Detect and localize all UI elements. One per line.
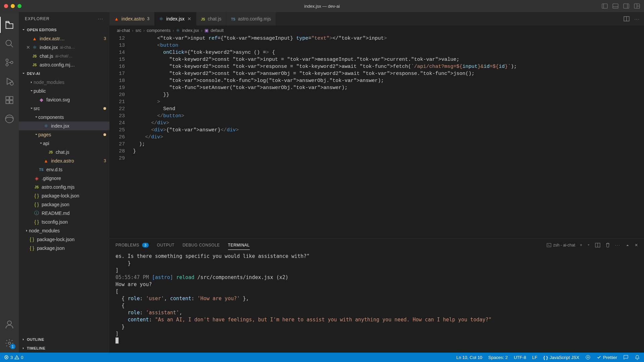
chevron-right-icon	[21, 346, 26, 350]
editor-tab[interactable]: ▲index.astro3	[109, 12, 154, 26]
project-section[interactable]: DEV-AI	[19, 69, 109, 78]
timeline-label: TIMELINE	[27, 346, 45, 350]
problems-tab[interactable]: PROBLEMS 3	[116, 243, 149, 247]
bell-icon[interactable]	[635, 355, 640, 360]
spaces[interactable]: Spaces: 2	[488, 355, 508, 360]
maximize-panel-icon[interactable]	[625, 243, 630, 247]
more-icon[interactable]: ···	[98, 16, 103, 21]
terminal-picker[interactable]: zsh - ai-chat	[547, 243, 575, 247]
svg-rect-25	[547, 243, 551, 247]
panel-right-icon[interactable]	[623, 3, 629, 9]
activity-bar: 1	[0, 12, 19, 353]
search-activity[interactable]	[0, 34, 19, 53]
prettier[interactable]: Prettier	[597, 355, 617, 360]
breadcrumb-item[interactable]: ai-chat	[117, 28, 130, 33]
tree-item[interactable]: { }package-lock.json	[19, 235, 109, 244]
settings-activity[interactable]: 1	[0, 334, 19, 353]
svg-point-15	[10, 82, 13, 85]
breadcrumb-item[interactable]: src	[135, 28, 141, 33]
tree-item[interactable]: src	[19, 104, 109, 113]
symbol-icon: ▣	[204, 28, 209, 33]
tree-item[interactable]: { }package.json	[19, 200, 109, 209]
outline-section[interactable]: OUTLINE	[19, 335, 109, 344]
tree-item[interactable]: TSenv.d.ts	[19, 165, 109, 174]
breadcrumb-item[interactable]: default	[211, 28, 224, 33]
trash-icon[interactable]	[605, 242, 610, 248]
new-terminal-icon[interactable]: +	[580, 243, 582, 247]
terminal-output[interactable]: es. Is there something specific you woul…	[109, 252, 644, 353]
tree-item[interactable]: ◆favicon.svg	[19, 95, 109, 104]
open-editors-section[interactable]: OPEN EDITORS	[19, 26, 109, 34]
language-mode[interactable]: { } JavaScript JSX	[543, 355, 579, 360]
svg-rect-18	[6, 100, 9, 103]
edge-activity[interactable]	[0, 109, 19, 128]
source-control-activity[interactable]	[0, 53, 19, 72]
open-editor-item[interactable]: JSchat.jsai-chat/…	[19, 52, 109, 60]
open-editor-item[interactable]: ▲index.astr…3	[19, 34, 109, 43]
debug-console-tab[interactable]: DEBUG CONSOLE	[183, 243, 220, 247]
panel-tabs: PROBLEMS 3 OUTPUT DEBUG CONSOLE TERMINAL…	[109, 239, 644, 252]
terminal-dropdown-icon[interactable]	[587, 243, 590, 247]
more-icon[interactable]: ···	[634, 16, 640, 21]
outline-label: OUTLINE	[27, 337, 44, 342]
code-editor[interactable]: 121314151617181920212223242526272829 <"t…	[109, 35, 644, 238]
tree-item[interactable]: node_modules	[19, 226, 109, 235]
eol[interactable]: LF	[532, 355, 537, 360]
editor-tab[interactable]: JSchat.js	[196, 12, 227, 26]
editor-tab[interactable]: ⚛index.jsx✕	[154, 12, 196, 26]
split-terminal-icon[interactable]	[595, 242, 600, 248]
minimize-window-button[interactable]	[11, 4, 15, 8]
tabs-bar: ▲index.astro3⚛index.jsx✕JSchat.jsTSastro…	[109, 12, 644, 26]
svg-point-33	[587, 357, 589, 358]
svg-rect-16	[6, 97, 9, 100]
tree-item[interactable]: { }package.json	[19, 244, 109, 253]
svg-point-9	[6, 40, 11, 46]
tree-item[interactable]: ▲index.astro3	[19, 156, 109, 165]
close-panel-icon[interactable]: ✕	[635, 243, 638, 247]
tree-item[interactable]: JSastro.config.mjs	[19, 183, 109, 191]
live-share-icon[interactable]	[585, 355, 591, 360]
output-tab[interactable]: OUTPUT	[157, 243, 174, 247]
explorer-activity[interactable]	[0, 15, 19, 34]
open-editor-item[interactable]: JSastro.config.mj…	[19, 60, 109, 69]
feedback-icon[interactable]	[623, 355, 629, 360]
tree-item[interactable]: public	[19, 87, 109, 95]
debug-activity[interactable]	[0, 72, 19, 91]
svg-point-32	[586, 355, 590, 359]
encoding[interactable]: UTF-8	[514, 355, 526, 360]
traffic-lights	[4, 4, 21, 8]
extensions-activity[interactable]	[0, 91, 19, 109]
layout-icon[interactable]	[634, 3, 640, 9]
open-editors-label: OPEN EDITORS	[27, 28, 57, 32]
panel-left-icon[interactable]	[602, 3, 608, 9]
open-editor-item[interactable]: ✕⚛index.jsxai-cha…	[19, 43, 109, 52]
tree-item[interactable]: ⚛index.jsx	[19, 122, 109, 130]
explorer-header: EXPLORER ···	[19, 12, 109, 26]
tree-item[interactable]: JSchat.js	[19, 148, 109, 156]
svg-rect-0	[602, 4, 607, 8]
tree-item[interactable]: api	[19, 139, 109, 148]
tree-item[interactable]: node_modules	[19, 78, 109, 87]
window-title: index.jsx — dev-ai	[304, 4, 340, 9]
timeline-section[interactable]: TIMELINE	[19, 344, 109, 353]
breadcrumb[interactable]: ai-chat› src› components› ⚛ index.jsx› ▣…	[109, 26, 644, 35]
more-icon[interactable]: ···	[615, 243, 620, 247]
tree-item[interactable]: { }tsconfig.json	[19, 218, 109, 226]
ln-col[interactable]: Ln 10, Col 10	[456, 355, 482, 360]
tree-item[interactable]: { }package-lock.json	[19, 191, 109, 200]
editor-tab[interactable]: TSastro.config.mjs	[226, 12, 276, 26]
tree-item[interactable]: pages	[19, 130, 109, 139]
maximize-window-button[interactable]	[17, 4, 21, 8]
close-window-button[interactable]	[4, 4, 8, 8]
errors-item[interactable]: 3 0	[4, 355, 23, 360]
split-editor-icon[interactable]	[624, 16, 630, 22]
tree-item[interactable]: components	[19, 113, 109, 122]
account-activity[interactable]	[0, 315, 19, 334]
terminal-tab[interactable]: TERMINAL	[228, 243, 250, 250]
breadcrumb-item[interactable]: components	[147, 28, 171, 33]
code-content[interactable]: <"tok-var">input ref={"tok-var">messageI…	[133, 35, 644, 238]
breadcrumb-item[interactable]: index.jsx	[182, 28, 199, 33]
tree-item[interactable]: ⓘREADME.md	[19, 209, 109, 218]
tree-item[interactable]: ◈.gitignore	[19, 174, 109, 183]
panel-bottom-icon[interactable]	[612, 3, 618, 9]
